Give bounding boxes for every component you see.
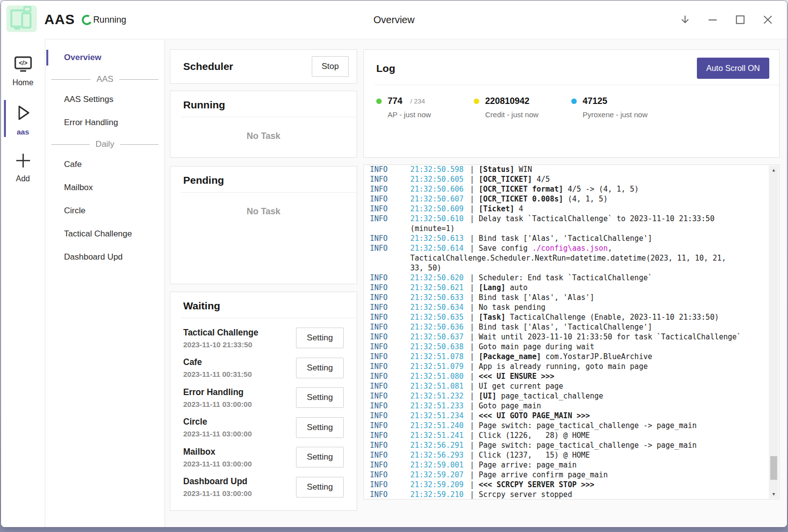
waiting-task-date: 2023-11-11 03:00:00 — [183, 400, 252, 408]
setting-button[interactable]: Setting — [296, 358, 344, 378]
waiting-task-row: Circle2023-11-11 03:00:00Setting — [183, 413, 344, 443]
log-line: INFO21:32:50.607|[OCR_TICKET 0.008s] (4,… — [370, 194, 755, 204]
log-level: INFO — [370, 450, 410, 460]
waiting-card: Waiting Tactical Challenge2023-11-10 21:… — [170, 292, 357, 511]
log-level: INFO — [370, 233, 410, 243]
log-separator: | — [465, 460, 479, 470]
log-level: INFO — [370, 480, 410, 490]
stat-total: / 234 — [410, 98, 425, 105]
log-level: INFO — [370, 421, 410, 431]
stat-label: Pyroxene - just now — [583, 110, 669, 119]
download-icon[interactable] — [680, 14, 690, 25]
scrollbar-up-icon[interactable]: ▲ — [769, 166, 779, 174]
log-message: Bind task ['Alas', 'TacticalChallenge'] — [479, 233, 652, 243]
log-line: INFO21:32:50.635|[Task] TacticalChalleng… — [370, 312, 755, 322]
sidebar-item-overview[interactable]: Overview — [45, 48, 164, 67]
log-line: INFO21:32:51.240|Page switch: page_tacti… — [370, 421, 755, 431]
close-icon[interactable] — [762, 14, 773, 25]
setting-button[interactable]: Setting — [296, 387, 344, 408]
scrollbar-down-icon[interactable]: ▼ — [769, 490, 779, 499]
log-message: UI get current page — [479, 381, 563, 391]
log-line: INFO21:32:51.080|<<< UI ENSURE >>> — [370, 371, 755, 381]
log-line: INFO21:32:50.620|Scheduler: End task `Ta… — [370, 273, 755, 283]
main-area: </>HomeaasAdd OverviewAASAAS SettingsErr… — [1, 39, 787, 527]
log-separator: | — [465, 421, 479, 431]
waiting-task-row: Cafe2023-11-11 00:31:50Setting — [183, 353, 344, 383]
home-icon: </> — [13, 55, 33, 76]
sidebar-item-aas-settings[interactable]: AAS Settings — [45, 90, 164, 109]
log-level: INFO — [370, 371, 410, 381]
scheduler-card: Scheduler Stop — [170, 49, 357, 84]
waiting-task-info: Dashboard Upd2023-11-11 03:00:00 — [183, 476, 252, 498]
log-level: INFO — [370, 283, 410, 293]
sidebar-item-mailbox[interactable]: Mailbox — [45, 178, 164, 197]
log-separator: | — [465, 440, 479, 450]
setting-button[interactable]: Setting — [296, 447, 344, 467]
auto-scroll-button[interactable]: Auto Scroll ON — [697, 58, 769, 79]
app-logo-icon — [6, 4, 37, 35]
log-timestamp: 21:32:59.210 — [410, 490, 465, 499]
log-column: Log Auto Scroll ON 774/ 234AP - just now… — [363, 49, 780, 527]
log-line: INFO21:32:51.233|Goto page_main — [370, 401, 755, 411]
log-message: Bind task ['Alas', 'TacticalChallenge'] — [479, 322, 652, 332]
log-message: Click (1237, 15) @ HOME — [479, 450, 590, 460]
log-line: INFO21:32:50.598|[Status] WIN — [370, 165, 755, 174]
rail-item-home[interactable]: </>Home — [1, 50, 45, 93]
log-level: INFO — [370, 312, 410, 322]
log-message: Bind task ['Alas', 'Alas'] — [479, 293, 594, 302]
rail-item-aas[interactable]: aas — [1, 97, 45, 142]
log-scrollbar[interactable]: ▲ ▼ — [769, 166, 779, 499]
log-line: INFO21:32:50.621|[Lang] auto — [370, 283, 755, 293]
log-separator: | — [465, 362, 479, 371]
log-message-wrap: TacticalChallenge.Scheduler.NextRun=date… — [370, 253, 755, 263]
scrollbar-thumb[interactable] — [770, 456, 777, 480]
sidebar-item-error-handling[interactable]: Error Handling — [45, 113, 164, 132]
waiting-task-name: Circle — [183, 417, 252, 427]
log-line: INFO21:32:50.636|Bind task ['Alas', 'Tac… — [370, 322, 755, 332]
waiting-task-row: Error Handling2023-11-11 03:00:00Setting — [183, 383, 344, 413]
menu-section-daily: Daily — [45, 136, 164, 152]
sidebar-item-dashboard-upd[interactable]: Dashboard Upd — [45, 248, 164, 266]
log-level: INFO — [370, 440, 410, 450]
app-window: AAS Running Overview </>HomeaasAdd Overv… — [0, 0, 788, 528]
log-line: INFO21:32:50.638|Goto main page during w… — [370, 342, 755, 352]
log-level: INFO — [370, 302, 410, 312]
log-separator: | — [465, 431, 479, 440]
maximize-icon[interactable] — [735, 14, 746, 25]
log-message: [Status] WIN — [479, 165, 532, 174]
log-separator: | — [465, 293, 479, 302]
log-line: INFO21:32:50.633|Bind task ['Alas', 'Ala… — [370, 293, 755, 302]
stat-dot-icon — [571, 99, 577, 104]
log-message: Scheduler: End task `TacticalChallenge` — [479, 273, 652, 283]
sidebar-item-circle[interactable]: Circle — [45, 201, 164, 220]
stop-button[interactable]: Stop — [312, 56, 349, 77]
minimize-icon[interactable] — [707, 14, 718, 25]
log-line: INFO21:32:56.291|Page switch: page_tacti… — [370, 440, 755, 450]
log-timestamp: 21:32:50.621 — [410, 283, 465, 293]
setting-button[interactable]: Setting — [296, 417, 344, 438]
setting-button[interactable]: Setting — [296, 328, 344, 348]
waiting-task-name: Dashboard Upd — [183, 476, 252, 487]
sidebar-item-cafe[interactable]: Cafe — [45, 155, 164, 174]
log-timestamp: 21:32:51.079 — [410, 362, 465, 371]
log-message: Page arrive: page_main — [479, 460, 577, 470]
rail-item-label: aas — [17, 128, 29, 136]
log-line: INFO21:32:50.614|Save config ./config\aa… — [370, 243, 755, 253]
log-line: INFO21:32:56.293|Click (1237, 15) @ HOME — [370, 450, 755, 460]
resource-stat: 47125Pyroxene - just now — [571, 96, 669, 119]
log-message: [Package_name] com.YostarJP.BlueArchive — [479, 352, 652, 362]
log-message: <<< UI ENSURE >>> — [479, 371, 555, 381]
resource-stat: 220810942Credit - just now — [474, 96, 571, 119]
setting-button[interactable]: Setting — [296, 477, 344, 498]
log-line: INFO21:32:59.207|Page arrive confirm pag… — [370, 470, 755, 480]
log-output-panel: INFO21:32:50.598|[Status] WININFO21:32:5… — [363, 165, 780, 499]
menu-section-label: AAS — [97, 74, 113, 84]
log-message: [Ticket] 4 — [479, 204, 523, 214]
rail-item-add[interactable]: Add — [1, 146, 45, 189]
pending-empty-text: No Task — [170, 206, 357, 217]
stat-value: 220810942 — [485, 96, 529, 106]
stat-label: Credit - just now — [485, 110, 571, 119]
sidebar-item-tactical-challenge[interactable]: Tactical Challenge — [45, 225, 164, 243]
log-message: [OCR_TICKET] 4/5 — [479, 174, 550, 184]
pending-card: Pending No Task — [170, 166, 357, 284]
